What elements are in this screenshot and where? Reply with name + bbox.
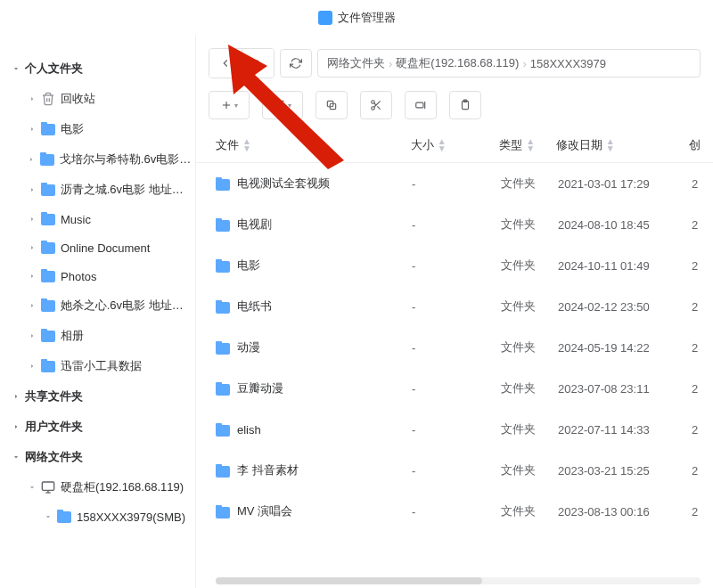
sort-icon: ▲▼ — [438, 138, 447, 152]
file-type: 文件夹 — [501, 339, 558, 355]
caret-right-icon — [27, 300, 37, 311]
sidebar-group-label: 个人文件夹 — [25, 61, 83, 77]
rename-button[interactable] — [405, 91, 437, 119]
column-type[interactable]: 类型▲▼ — [499, 137, 556, 153]
table-row[interactable]: 电纸书 - 文件夹 2024-02-12 23:50 2 — [196, 286, 713, 327]
file-created: 2 — [692, 300, 701, 314]
rename-icon — [414, 99, 427, 111]
sidebar-item-0-8[interactable]: 相册 — [0, 321, 195, 351]
sidebar-group-3[interactable]: 网络文件夹 — [0, 442, 195, 472]
breadcrumb[interactable]: 网络文件夹›硬盘柜(192.168.68.119)›158XXXX3979 — [317, 49, 701, 78]
caret-down-icon — [43, 511, 53, 522]
caret-down-icon — [11, 452, 21, 462]
table-row[interactable]: 电视剧 - 文件夹 2024-08-10 18:45 2 — [196, 204, 713, 245]
svg-rect-0 — [42, 482, 53, 490]
upload-icon — [274, 99, 286, 111]
app-icon — [318, 11, 332, 25]
file-created: 2 — [692, 464, 701, 478]
file-size: - — [412, 177, 501, 191]
sidebar-group-label: 用户文件夹 — [25, 419, 83, 435]
file-size: - — [412, 218, 501, 232]
table-row[interactable]: MV 演唱会 - 文件夹 2023-08-13 00:16 2 — [196, 491, 713, 532]
sidebar-item-0-1[interactable]: 电影 — [0, 114, 195, 144]
svg-line-13 — [374, 103, 376, 105]
file-date: 2024-10-11 01:49 — [558, 259, 692, 273]
sidebar-group-label: 网络文件夹 — [25, 449, 83, 465]
table-row[interactable]: 动漫 - 文件夹 2024-05-19 14:22 2 — [196, 327, 713, 368]
table-row[interactable]: 电视测试全套视频 - 文件夹 2021-03-01 17:29 2 — [196, 163, 713, 204]
nav-group — [209, 48, 275, 78]
breadcrumb-part-0[interactable]: 网络文件夹 — [327, 55, 385, 71]
sidebar-item-0-3[interactable]: 沥青之城.6v电影 地址发布 — [0, 175, 195, 205]
file-name: 豆瓣动漫 — [237, 380, 283, 396]
file-size: - — [412, 505, 501, 519]
svg-point-10 — [372, 107, 375, 110]
sidebar-item-label: 戈培尔与希特勒.6v电影 地址 — [60, 151, 192, 167]
file-size: - — [412, 382, 501, 396]
refresh-button[interactable] — [280, 49, 312, 78]
chevron-right-icon — [252, 57, 265, 69]
scrollbar-thumb[interactable] — [216, 577, 482, 584]
sidebar-item-0-0[interactable]: 回收站 — [0, 84, 195, 114]
folder-icon — [216, 259, 230, 273]
file-name: 电视剧 — [237, 216, 272, 233]
breadcrumb-part-1[interactable]: 硬盘柜(192.168.68.119) — [396, 55, 519, 71]
nav-toolbar: 网络文件夹›硬盘柜(192.168.68.119)›158XXXX3979 — [196, 36, 713, 86]
folder-icon — [41, 122, 55, 136]
file-type: 文件夹 — [501, 462, 558, 478]
back-button[interactable] — [209, 49, 242, 78]
sidebar-group-0[interactable]: 个人文件夹 — [0, 53, 195, 84]
column-name[interactable]: 文件▲▼ — [216, 137, 411, 153]
column-created[interactable]: 创 — [689, 137, 701, 153]
file-name: MV 演唱会 — [237, 503, 292, 519]
sidebar-item-label: 158XXXX3979(SMB) — [77, 510, 185, 524]
breadcrumb-part-2[interactable]: 158XXXX3979 — [530, 57, 606, 70]
plus-icon — [220, 99, 233, 111]
file-type: 文件夹 — [501, 176, 558, 192]
file-size: - — [412, 423, 501, 437]
sidebar-item-label: Online Document — [61, 241, 150, 255]
sidebar-item-0-6[interactable]: Photos — [0, 262, 195, 290]
folder-icon — [216, 423, 230, 437]
table-row[interactable]: elish - 文件夹 2022-07-11 14:33 2 — [196, 409, 713, 450]
table-body: 电视测试全套视频 - 文件夹 2021-03-01 17:29 2 电视剧 - … — [196, 163, 713, 577]
file-type: 文件夹 — [501, 503, 558, 519]
folder-icon — [216, 218, 230, 232]
sidebar-item-0-5[interactable]: Online Document — [0, 233, 195, 262]
forward-button[interactable] — [242, 49, 274, 78]
folder-icon — [216, 382, 230, 396]
caret-right-icon — [27, 271, 37, 282]
sidebar-item-label: 她杀之心.6v电影 地址发布 — [61, 298, 192, 314]
file-type: 文件夹 — [501, 380, 558, 396]
column-size[interactable]: 大小▲▼ — [411, 137, 499, 153]
file-size: - — [412, 259, 501, 273]
sidebar-group-2[interactable]: 用户文件夹 — [0, 412, 195, 442]
file-name: 电视测试全套视频 — [237, 176, 330, 192]
copy-button[interactable] — [316, 91, 348, 119]
sidebar-item-0-2[interactable]: 戈培尔与希特勒.6v电影 地址 — [0, 144, 195, 175]
cut-button[interactable] — [360, 91, 392, 119]
caret-right-icon — [27, 184, 37, 195]
table-row[interactable]: 李 抖音素材 - 文件夹 2023-03-21 15:25 2 — [196, 450, 713, 491]
svg-rect-14 — [416, 102, 423, 108]
sidebar-group-1[interactable]: 共享文件夹 — [0, 381, 195, 412]
sidebar-item-0-9[interactable]: 迅雷小工具数据 — [0, 351, 195, 381]
paste-button[interactable] — [449, 91, 481, 119]
add-button[interactable]: ▾ — [209, 91, 250, 119]
file-date: 2023-03-21 15:25 — [558, 464, 692, 478]
folder-icon — [41, 298, 55, 313]
upload-button[interactable]: ▾ — [262, 91, 303, 119]
sidebar-item-3-0[interactable]: 硬盘柜(192.168.68.119) — [0, 472, 195, 502]
horizontal-scrollbar[interactable] — [216, 577, 701, 584]
sidebar-item-0-4[interactable]: Music — [0, 205, 195, 233]
sidebar-item-3-0-0[interactable]: 158XXXX3979(SMB) — [0, 502, 195, 531]
sidebar-item-label: 相册 — [61, 328, 84, 344]
titlebar: 文件管理器 — [0, 0, 713, 36]
sort-icon: ▲▼ — [526, 138, 535, 152]
column-date[interactable]: 修改日期▲▼ — [556, 137, 689, 153]
table-row[interactable]: 豆瓣动漫 - 文件夹 2023-07-08 23:11 2 — [196, 368, 713, 409]
file-date: 2023-08-13 00:16 — [558, 505, 692, 519]
sidebar-item-0-7[interactable]: 她杀之心.6v电影 地址发布 — [0, 290, 195, 321]
monitor-icon — [41, 480, 55, 494]
table-row[interactable]: 电影 - 文件夹 2024-10-11 01:49 2 — [196, 245, 713, 286]
